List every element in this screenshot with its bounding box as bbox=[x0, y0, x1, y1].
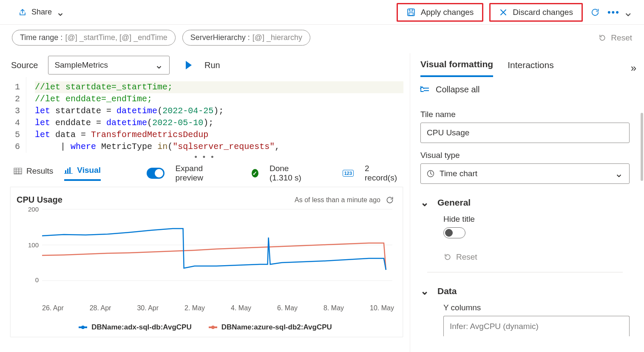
tab-visual-label: Visual bbox=[77, 166, 101, 175]
apply-changes-button[interactable]: Apply changes bbox=[402, 5, 478, 20]
chart-svg bbox=[42, 209, 392, 283]
expand-pane-icon[interactable]: » bbox=[631, 62, 636, 74]
more-icon: ••• bbox=[607, 7, 620, 18]
run-label: Run bbox=[204, 60, 220, 70]
source-label: Source bbox=[11, 60, 38, 70]
editor-gutter: 123456 bbox=[0, 77, 26, 153]
svg-rect-6 bbox=[69, 167, 71, 173]
apply-changes-highlight: Apply changes bbox=[397, 3, 484, 22]
legend-swatch-blue bbox=[79, 326, 87, 328]
chart-legend: DBName:adx-sql-db:AvgCPU DBName:azure-sq… bbox=[17, 323, 394, 332]
share-label: Share bbox=[31, 8, 52, 17]
reset-icon bbox=[598, 34, 607, 42]
legend-item-b[interactable]: DBName:azure-sql-db2:AvgCPU bbox=[209, 323, 332, 332]
clock-icon bbox=[427, 170, 434, 177]
source-selected: SampleMetrics bbox=[54, 60, 108, 70]
chart-icon bbox=[64, 167, 73, 174]
tile-name-label: Tile name bbox=[420, 110, 630, 119]
run-button[interactable]: Run bbox=[186, 60, 220, 70]
chart-refresh-icon[interactable] bbox=[386, 196, 394, 204]
filter-server-label: ServerHierarchy : bbox=[190, 33, 250, 42]
filter-time-range-value: [@] _startTime, [@] _endTime bbox=[65, 33, 167, 42]
hide-title-label: Hide title bbox=[443, 215, 630, 224]
chart-title: CPU Usage bbox=[17, 195, 62, 205]
tab-visual-formatting[interactable]: Visual formatting bbox=[420, 59, 493, 77]
refresh-button[interactable] bbox=[589, 5, 601, 20]
chevron-down-icon: ⌄ bbox=[155, 59, 163, 71]
share-icon bbox=[19, 8, 27, 17]
expand-preview-toggle[interactable] bbox=[147, 168, 165, 179]
svg-rect-5 bbox=[67, 169, 68, 173]
visual-type-select[interactable]: Time chart ⌄ bbox=[420, 163, 630, 184]
filter-time-range[interactable]: Time range : [@] _startTime, [@] _endTim… bbox=[12, 30, 176, 46]
discard-changes-label: Discard changes bbox=[513, 8, 573, 17]
chevron-down-icon: ⌄ bbox=[420, 285, 429, 297]
chevron-down-icon: ⌄ bbox=[420, 197, 429, 209]
tab-interactions[interactable]: Interactions bbox=[508, 60, 554, 76]
filter-time-range-label: Time range : bbox=[20, 33, 62, 42]
section-data[interactable]: ⌄ Data bbox=[420, 285, 630, 297]
section-general[interactable]: ⌄ General bbox=[420, 197, 630, 209]
chart-xticks: 26. Apr 28. Apr 30. Apr 2. May 4. May 6.… bbox=[42, 304, 394, 315]
share-button[interactable]: Share ⌄ bbox=[19, 6, 65, 18]
chart-area: 200 100 0 bbox=[17, 209, 394, 304]
close-icon bbox=[499, 8, 508, 17]
visual-type-label: Visual type bbox=[420, 151, 630, 160]
hide-title-toggle[interactable] bbox=[443, 227, 465, 238]
tab-results-label: Results bbox=[26, 166, 53, 176]
svg-rect-2 bbox=[409, 13, 413, 15]
collapse-icon bbox=[420, 86, 430, 94]
section-data-label: Data bbox=[437, 286, 457, 296]
records-label: 2 record(s) bbox=[365, 164, 397, 183]
filter-server-hierarchy[interactable]: ServerHierarchy : [@] _hierarchy bbox=[182, 30, 310, 46]
status-ok-icon: ✓ bbox=[252, 169, 258, 177]
svg-rect-4 bbox=[65, 170, 66, 173]
code-editor[interactable]: 123456 //let startdate=_startTime; //let… bbox=[0, 77, 410, 153]
discard-changes-button[interactable]: Discard changes bbox=[495, 5, 577, 20]
apply-changes-label: Apply changes bbox=[421, 8, 474, 17]
discard-changes-highlight: Discard changes bbox=[489, 3, 583, 22]
general-reset-label: Reset bbox=[456, 252, 477, 262]
source-select[interactable]: SampleMetrics ⌄ bbox=[48, 56, 170, 74]
editor-code: //let startdate=_startTime; //let enddat… bbox=[26, 77, 410, 153]
legend-swatch-red bbox=[209, 326, 217, 328]
legend-a-label: DBName:adx-sql-db:AvgCPU bbox=[91, 323, 192, 332]
save-icon bbox=[406, 8, 416, 17]
section-general-label: General bbox=[437, 197, 471, 208]
table-icon bbox=[14, 168, 22, 175]
scrollbar[interactable] bbox=[641, 113, 643, 181]
chevron-down-icon: ⌄ bbox=[56, 6, 65, 18]
record-badge-icon: 123 bbox=[343, 170, 354, 177]
play-icon bbox=[186, 61, 192, 69]
refresh-icon bbox=[590, 8, 600, 17]
chart-timestamp: As of less than a minute ago bbox=[295, 196, 380, 204]
visual-type-value: Time chart bbox=[440, 169, 477, 178]
editor-resize-handle[interactable]: • • • bbox=[0, 153, 410, 160]
chevron-down-icon: ⌄ bbox=[615, 168, 623, 180]
filters-reset-label: Reset bbox=[611, 33, 632, 43]
reset-icon bbox=[443, 253, 452, 261]
tile-name-value: CPU Usage bbox=[427, 128, 469, 137]
general-reset-button[interactable]: Reset bbox=[443, 252, 630, 262]
legend-item-a[interactable]: DBName:adx-sql-db:AvgCPU bbox=[79, 323, 192, 332]
status-done-label: Done (1.310 s) bbox=[270, 164, 312, 183]
tile-name-input[interactable]: CPU Usage bbox=[420, 123, 630, 143]
ycolumns-label: Y columns bbox=[443, 303, 630, 312]
filter-server-value: [@] _hierarchy bbox=[252, 33, 302, 42]
collapse-all-button[interactable]: Collapse all bbox=[410, 77, 644, 99]
filters-reset-button[interactable]: Reset bbox=[598, 33, 632, 43]
legend-b-label: DBName:azure-sql-db2:AvgCPU bbox=[221, 323, 332, 332]
more-menu-button[interactable]: ••• ⌄ bbox=[607, 5, 634, 19]
ycolumns-select[interactable]: Infer: AvgCPU (dynamic) bbox=[443, 316, 630, 336]
tab-visual[interactable]: Visual bbox=[64, 166, 101, 181]
collapse-all-label: Collapse all bbox=[436, 85, 479, 94]
visual-panel: CPU Usage As of less than a minute ago 2… bbox=[10, 187, 403, 337]
chevron-down-icon: ⌄ bbox=[623, 5, 634, 19]
expand-preview-label: Expand preview bbox=[176, 164, 221, 183]
ycolumns-value: Infer: AvgCPU (dynamic) bbox=[450, 322, 539, 331]
tab-results[interactable]: Results bbox=[14, 166, 53, 180]
